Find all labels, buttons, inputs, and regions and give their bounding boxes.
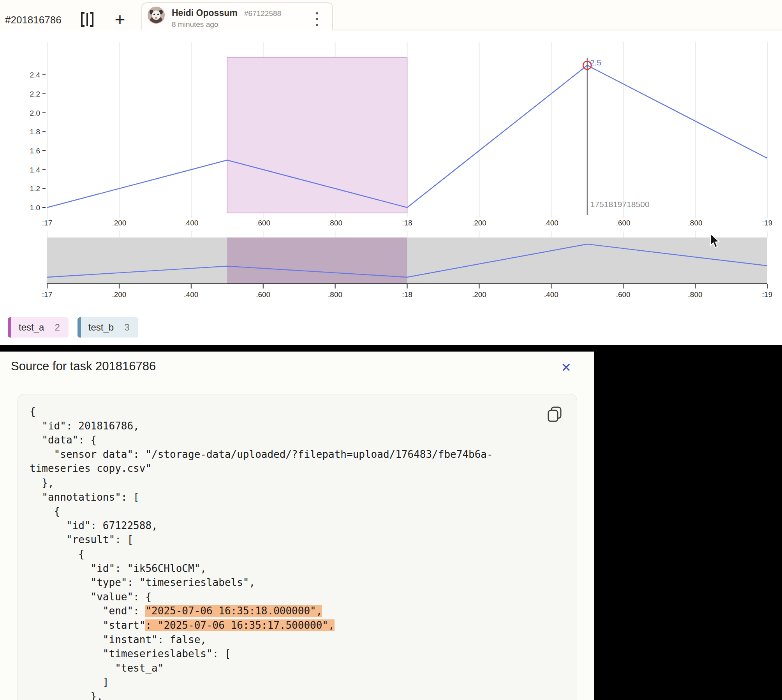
code-line: timeseries_copy.csv": [30, 461, 565, 476]
x-axis-label: .200: [112, 219, 126, 227]
y-axis-label: 1.6: [30, 147, 40, 155]
region-label: test_a: [19, 322, 44, 333]
overview-x-axis-label: .400: [544, 290, 558, 299]
annotation-tab[interactable]: Heidi Opossum #67122588 8 minutes ago: [141, 2, 333, 30]
overview-x-axis-label: .200: [472, 290, 486, 299]
overview-x-axis-label: .600: [616, 290, 631, 299]
task-source-code: { "id": 201816786, "data": { "sensor_dat…: [18, 394, 577, 700]
y-axis-label: 1.8: [30, 128, 40, 136]
region-count: 3: [124, 322, 129, 333]
annotation-time-ago: 8 minutes ago: [172, 20, 218, 29]
copy-icon[interactable]: [546, 405, 564, 423]
code-line: "start": "2025-07-06 16:35:17.500000",: [30, 618, 565, 633]
screen: 1.01.21.41.61.82.02.22.417518197185002.5…: [0, 0, 782, 700]
overview-x-axis-label: .600: [256, 290, 270, 299]
x-axis-label: .800: [688, 219, 703, 227]
annotation-app: 1.01.21.41.61.82.02.22.417518197185002.5…: [0, 0, 782, 345]
annotation-id: #67122588: [244, 9, 281, 18]
annotation-region-test_a[interactable]: [227, 58, 407, 213]
y-axis-label: 2.2: [30, 90, 40, 98]
code-line: "value": {: [30, 590, 565, 604]
timeseries-plot[interactable]: 1.01.21.41.61.82.02.22.417518197185002.5…: [0, 0, 782, 345]
user-avatar: [148, 7, 165, 24]
x-axis-label: :18: [402, 219, 412, 227]
columns-view-icon[interactable]: [79, 11, 96, 28]
overview-x-axis-label: :18: [402, 290, 412, 299]
code-line: "end": "2025-07-06 16:35:18.000000",: [30, 604, 565, 618]
y-axis-label: 1.4: [30, 166, 41, 174]
region-tags: test_a 2 test_b 3: [8, 317, 138, 338]
modal-title: Source for task 201816786: [11, 359, 156, 373]
overview-x-axis-label: .800: [688, 290, 703, 299]
add-annotation-icon[interactable]: +: [111, 10, 129, 29]
overview-x-axis-label: .400: [184, 290, 198, 299]
overview-annotation-region[interactable]: [227, 237, 407, 283]
code-lines: { "id": 201816786, "data": { "sensor_dat…: [30, 405, 565, 700]
kebab-menu-icon[interactable]: [315, 12, 319, 26]
code-line: "instant": false,: [30, 633, 565, 647]
code-line: "sensor_data": "/storage-data/uploaded/?…: [30, 447, 565, 462]
code-line: "id": 67122588,: [30, 519, 565, 533]
source-modal: Source for task 201816786 ✕ { "id": 2018…: [0, 352, 594, 700]
x-axis-label: .400: [544, 219, 558, 227]
x-axis-label: :19: [762, 219, 772, 227]
code-line: "id": "ik56CHloCM",: [30, 561, 565, 576]
annotator-name: Heidi Opossum: [172, 8, 238, 18]
x-axis-label: .400: [184, 219, 198, 227]
y-axis-label: 2.4: [30, 71, 41, 79]
x-axis-label: :17: [42, 219, 52, 227]
code-line: "test_a": [30, 661, 565, 675]
x-axis-label: .600: [256, 219, 270, 227]
x-axis-label: .800: [328, 219, 342, 227]
code-line: "timeserieslabels": [: [30, 647, 565, 661]
region-tag-test_a[interactable]: test_a 2: [8, 317, 69, 338]
region-tag-test_b[interactable]: test_b 3: [77, 317, 138, 338]
code-line: },: [30, 689, 565, 700]
code-line: ]: [30, 675, 565, 689]
code-line: {: [30, 547, 565, 561]
overview-x-axis-label: :17: [42, 290, 52, 299]
code-line: "type": "timeserieslabels",: [30, 575, 565, 590]
crosshair-timestamp: 1751819718500: [590, 200, 650, 209]
task-id: #201816786: [5, 14, 62, 26]
topbar: #201816786 +: [0, 0, 782, 30]
topbar-divider: [333, 30, 782, 30]
x-axis-label: .600: [616, 219, 631, 227]
overview-x-axis-label: :19: [762, 290, 772, 299]
code-line: {: [30, 405, 565, 419]
selected-point-value: 2.5: [590, 58, 601, 67]
overview-x-axis-label: .800: [328, 290, 342, 299]
code-line: "result": [: [30, 533, 565, 547]
y-axis-label: 1.0: [30, 204, 40, 212]
x-axis-label: .200: [472, 219, 486, 227]
code-line: "annotations": [: [30, 490, 565, 505]
y-axis-label: 2.0: [30, 109, 40, 117]
y-axis-label: 1.2: [30, 185, 40, 193]
code-line: "data": {: [30, 433, 565, 447]
overview-x-axis-label: .200: [112, 290, 126, 299]
close-icon[interactable]: ✕: [561, 360, 571, 375]
region-count: 2: [55, 322, 60, 333]
code-line: },: [30, 476, 565, 490]
code-line: {: [30, 504, 565, 519]
region-label: test_b: [88, 322, 114, 333]
code-line: "id": 201816786,: [30, 419, 565, 433]
